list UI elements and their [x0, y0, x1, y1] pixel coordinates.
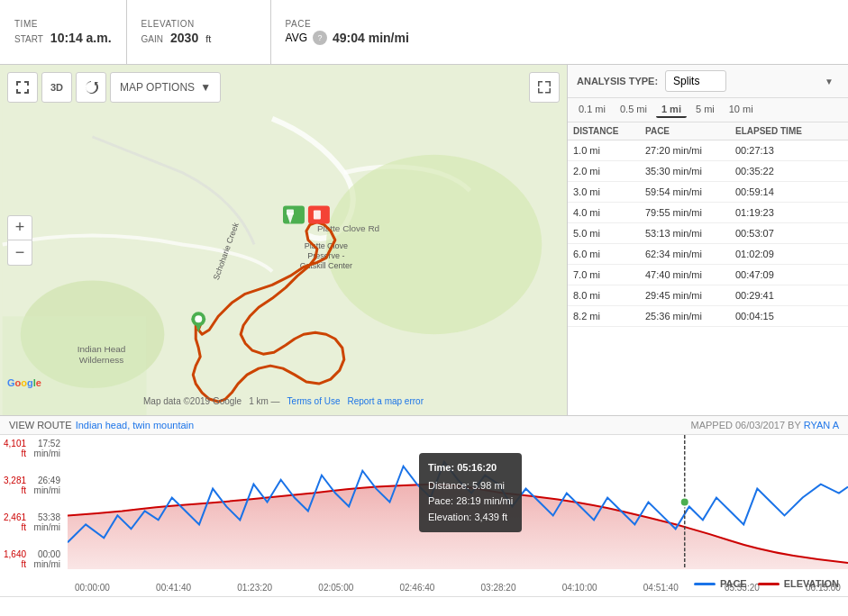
- cell-distance: 8.2 mi: [573, 311, 645, 322]
- report-link[interactable]: Report a map error: [348, 396, 424, 406]
- start-label: START: [14, 34, 43, 44]
- chart-y-label-item: 1,640 ft00:00 min/mi: [4, 549, 64, 569]
- terms-link[interactable]: Terms of Use: [287, 396, 341, 406]
- 3d-button[interactable]: 3D: [41, 72, 72, 103]
- svg-text:Indian Head: Indian Head: [78, 344, 126, 354]
- pace-legend-line: [694, 583, 716, 585]
- analysis-type-select[interactable]: Splits Pace Elevation: [665, 70, 726, 92]
- cell-distance: 1.0 mi: [573, 145, 645, 156]
- chart-legend: PACE ELEVATION: [694, 578, 839, 589]
- expand-arrows-icon: [537, 80, 552, 95]
- chart-x-label-item: 00:41:40: [156, 583, 191, 593]
- elevation-legend-label: ELEVATION: [784, 578, 839, 589]
- dist-tab-1mi[interactable]: 1 mi: [656, 102, 687, 118]
- y-pace: 53:38 min/mi: [28, 512, 60, 532]
- table-row[interactable]: 8.0 mi 29:45 min/mi 00:29:41: [568, 285, 848, 306]
- distance-tabs: 0.1 mi 0.5 mi 1 mi 5 mi 10 mi: [568, 98, 848, 122]
- chart-y-label-item: 3,281 ft26:49 min/mi: [4, 476, 64, 495]
- map-options-label: MAP OPTIONS: [120, 81, 195, 94]
- mapped-info: MAPPED 06/03/2017 BY RYAN A: [690, 420, 839, 430]
- legend-pace: PACE: [694, 578, 747, 589]
- col-header-elapsed: ELAPSED TIME: [735, 126, 843, 136]
- svg-rect-12: [287, 210, 294, 215]
- chart-tooltip: Time: 05:16:20 Distance: 5.98 mi Pace: 2…: [419, 453, 522, 532]
- cell-elapsed: 00:29:41: [735, 290, 843, 301]
- cell-pace: 47:40 min/mi: [645, 269, 735, 280]
- cell-elapsed: 00:35:22: [735, 166, 843, 177]
- view-route-bar: VIEW ROUTE Indian head, twin mountain MA…: [0, 416, 848, 435]
- elevation-section: ELEVATION GAIN 2030 ft: [127, 0, 271, 64]
- tooltip-time: Time: 05:16:20: [428, 460, 513, 476]
- map-svg: Platte Clove Rd Platte Clove Preserve - …: [0, 65, 567, 415]
- view-route-label: VIEW ROUTE: [9, 420, 72, 430]
- cell-elapsed: 01:02:09: [735, 249, 843, 259]
- mapped-user-link[interactable]: RYAN A: [804, 420, 839, 430]
- analysis-select-wrapper: Splits Pace Elevation ▼: [665, 70, 839, 92]
- google-logo: Google: [7, 377, 41, 388]
- cell-distance: 6.0 mi: [573, 249, 645, 259]
- pace-section: PACE AVG ? 49:04 min/mi: [271, 0, 848, 64]
- y-pace: 00:00 min/mi: [28, 549, 60, 569]
- cell-elapsed: 01:19:23: [735, 207, 843, 218]
- cell-pace: 53:13 min/mi: [645, 228, 735, 239]
- refresh-button[interactable]: [76, 72, 106, 103]
- dist-tab-01mi[interactable]: 0.1 mi: [573, 102, 611, 118]
- cell-pace: 29:45 min/mi: [645, 290, 735, 301]
- select-arrow-icon: ▼: [825, 77, 834, 86]
- chart-main[interactable]: Time: 05:16:20 Distance: 5.98 mi Pace: 2…: [68, 435, 848, 569]
- cell-pace: 62:34 min/mi: [645, 249, 735, 259]
- table-row[interactable]: 1.0 mi 27:20 min/mi 00:27:13: [568, 140, 848, 161]
- cell-distance: 5.0 mi: [573, 228, 645, 239]
- table-row[interactable]: 6.0 mi 62:34 min/mi 01:02:09: [568, 244, 848, 265]
- table-row[interactable]: 3.0 mi 59:54 min/mi 00:59:14: [568, 182, 848, 203]
- tooltip-distance: Distance: 5.98 mi: [428, 478, 513, 494]
- map-options-chevron: ▼: [200, 81, 211, 94]
- zoom-in-button[interactable]: +: [7, 215, 32, 240]
- dist-tab-5mi[interactable]: 5 mi: [690, 102, 720, 118]
- analysis-type-label: ANALYSIS TYPE:: [577, 76, 658, 86]
- chart-x-label-item: 02:46:40: [399, 583, 434, 593]
- chart-y-label-item: 4,101 ft17:52 min/mi: [4, 439, 64, 458]
- table-row[interactable]: 2.0 mi 35:30 min/mi 00:35:22: [568, 161, 848, 182]
- zoom-out-button[interactable]: −: [7, 240, 32, 266]
- svg-point-1: [326, 155, 542, 334]
- cell-elapsed: 00:53:07: [735, 228, 843, 239]
- info-button[interactable]: ?: [313, 31, 327, 45]
- gain-label: GAIN: [141, 34, 163, 44]
- dist-tab-10mi[interactable]: 10 mi: [724, 102, 759, 118]
- map-expand-button[interactable]: [529, 72, 560, 103]
- cell-distance: 2.0 mi: [573, 166, 645, 177]
- route-name-link[interactable]: Indian head, twin mountain: [76, 420, 194, 430]
- svg-point-15: [195, 315, 202, 322]
- map-attribution: Map data ©2019 Google 1 km — Terms of Us…: [0, 396, 567, 406]
- y-pace: 17:52 min/mi: [28, 439, 60, 458]
- table-row[interactable]: 8.2 mi 25:36 min/mi 00:04:15: [568, 306, 848, 327]
- chart-y-label-item: 2,461 ft53:38 min/mi: [4, 512, 64, 532]
- splits-table-header: DISTANCE PACE ELAPSED TIME: [568, 122, 848, 140]
- map-container[interactable]: Platte Clove Rd Platte Clove Preserve - …: [0, 65, 567, 415]
- splits-table: 1.0 mi 27:20 min/mi 00:27:13 2.0 mi 35:3…: [568, 140, 848, 415]
- analysis-header: ANALYSIS TYPE: Splits Pace Elevation ▼: [568, 65, 848, 98]
- cell-pace: 35:30 min/mi: [645, 166, 735, 177]
- chart-x-label-item: 04:51:40: [643, 583, 679, 593]
- time-label: TIME: [14, 19, 112, 29]
- expand-icon: [15, 80, 30, 95]
- chart-area[interactable]: 4,101 ft17:52 min/mi3,281 ft26:49 min/mi…: [0, 435, 848, 597]
- pace-value: 49:04 min/mi: [333, 31, 409, 45]
- table-row[interactable]: 4.0 mi 79:55 min/mi 01:19:23: [568, 203, 848, 223]
- fullscreen-map-button[interactable]: [7, 72, 38, 103]
- svg-rect-13: [314, 211, 321, 220]
- svg-point-19: [680, 498, 689, 507]
- map-options-button[interactable]: MAP OPTIONS ▼: [110, 72, 221, 103]
- elevation-legend-line: [758, 583, 780, 585]
- table-row[interactable]: 7.0 mi 47:40 min/mi 00:47:09: [568, 265, 848, 285]
- main-area: Platte Clove Rd Platte Clove Preserve - …: [0, 65, 848, 416]
- tooltip-pace: Pace: 28:19 min/mi: [428, 494, 513, 510]
- cell-distance: 4.0 mi: [573, 207, 645, 218]
- y-pace: 26:49 min/mi: [28, 476, 60, 495]
- table-row[interactable]: 5.0 mi 53:13 min/mi 00:53:07: [568, 223, 848, 244]
- dist-tab-05mi[interactable]: 0.5 mi: [615, 102, 652, 118]
- chart-y-labels: 4,101 ft17:52 min/mi3,281 ft26:49 min/mi…: [0, 435, 68, 569]
- refresh-icon: [84, 80, 98, 95]
- start-value: 10:14 a.m.: [50, 31, 112, 45]
